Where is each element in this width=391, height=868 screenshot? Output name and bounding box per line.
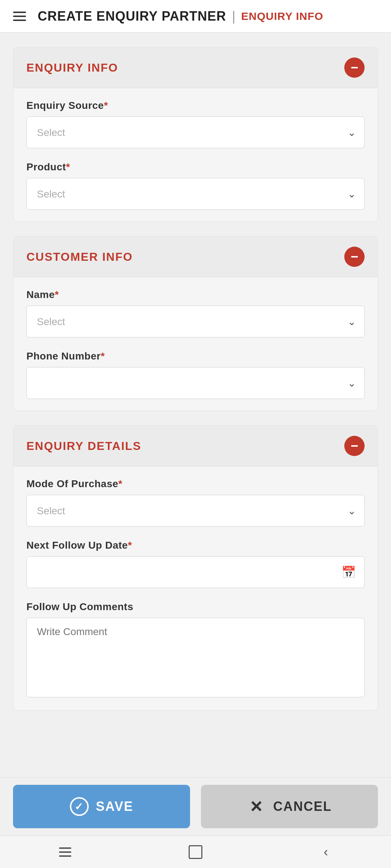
enquiry-details-title: ENQUIRY DETAILS <box>26 439 141 453</box>
name-group: Name* Select ⌄ <box>26 289 365 337</box>
name-label: Name* <box>26 289 365 301</box>
enquiry-source-label: Enquiry Source* <box>26 100 365 111</box>
enquiry-info-collapse-button[interactable] <box>344 58 365 78</box>
next-follow-up-date-input[interactable] <box>26 556 365 588</box>
follow-up-comments-label: Follow Up Comments <box>26 601 365 613</box>
save-button[interactable]: SAVE <box>13 785 190 828</box>
main-content: ENQUIRY INFO Enquiry Source* Select ⌄ <box>0 33 391 797</box>
phone-number-select[interactable] <box>26 367 365 399</box>
enquiry-source-group: Enquiry Source* Select ⌄ <box>26 100 365 148</box>
name-select[interactable]: Select <box>26 306 365 337</box>
phone-number-group: Phone Number* ⌄ <box>26 350 365 399</box>
nav-back-button[interactable]: ‹ <box>311 841 340 863</box>
product-select-wrapper: Select ⌄ <box>26 178 365 210</box>
cancel-label: CANCEL <box>273 799 332 814</box>
header-subtitle: ENQUIRY INFO <box>241 10 323 22</box>
enquiry-info-header: ENQUIRY INFO <box>13 47 378 88</box>
mode-of-purchase-group: Mode Of Purchase* Select ⌄ <box>26 478 365 527</box>
enquiry-info-title: ENQUIRY INFO <box>26 61 118 75</box>
mode-of-purchase-select[interactable]: Select <box>26 495 365 527</box>
date-required-star: * <box>128 540 132 551</box>
header: CREATE ENQUIRY PARTNER | ENQUIRY INFO <box>0 0 391 33</box>
phone-number-select-wrapper: ⌄ <box>26 367 365 399</box>
enquiry-details-section: ENQUIRY DETAILS Mode Of Purchase* Select… <box>13 425 378 711</box>
customer-info-section: CUSTOMER INFO Name* Select ⌄ Phone Nu <box>13 236 378 411</box>
cancel-icon: ✕ <box>247 797 266 816</box>
navigation-bar: ‹ <box>0 835 391 868</box>
nav-menu-button[interactable] <box>51 841 80 863</box>
cancel-button[interactable]: ✕ CANCEL <box>201 785 378 828</box>
follow-up-comments-textarea[interactable] <box>26 618 365 697</box>
bottom-actions: SAVE ✕ CANCEL <box>0 777 391 835</box>
enquiry-details-body: Mode Of Purchase* Select ⌄ Next Follow U… <box>13 467 378 710</box>
customer-info-title: CUSTOMER INFO <box>26 250 133 264</box>
product-required-star: * <box>66 161 70 173</box>
enquiry-source-select-wrapper: Select ⌄ <box>26 116 365 148</box>
follow-up-comments-group: Follow Up Comments <box>26 601 365 699</box>
nav-home-icon <box>189 845 202 859</box>
customer-info-header: CUSTOMER INFO <box>13 237 378 277</box>
enquiry-source-select[interactable]: Select <box>26 116 365 148</box>
enquiry-info-section: ENQUIRY INFO Enquiry Source* Select ⌄ <box>13 47 378 222</box>
enquiry-details-header: ENQUIRY DETAILS <box>13 426 378 467</box>
enquiry-details-collapse-button[interactable] <box>344 436 365 456</box>
next-follow-up-date-label: Next Follow Up Date* <box>26 540 365 551</box>
nav-home-button[interactable] <box>181 841 210 863</box>
hamburger-icon[interactable] <box>13 8 29 24</box>
date-input-wrapper: 📅 <box>26 556 365 588</box>
next-follow-up-date-group: Next Follow Up Date* 📅 <box>26 540 365 588</box>
phone-number-label: Phone Number* <box>26 350 365 362</box>
customer-info-collapse-button[interactable] <box>344 247 365 267</box>
product-select[interactable]: Select <box>26 178 365 210</box>
product-group: Product* Select ⌄ <box>26 161 365 210</box>
nav-back-icon: ‹ <box>324 844 328 860</box>
name-required-star: * <box>55 289 59 300</box>
page-title: CREATE ENQUIRY PARTNER <box>38 9 226 24</box>
header-divider: | <box>232 9 235 24</box>
enquiry-info-body: Enquiry Source* Select ⌄ Product* Select <box>13 88 378 221</box>
save-label: SAVE <box>96 799 133 814</box>
enquiry-source-required-star: * <box>104 100 108 111</box>
customer-info-body: Name* Select ⌄ Phone Number* <box>13 277 378 410</box>
mode-of-purchase-select-wrapper: Select ⌄ <box>26 495 365 527</box>
mode-of-purchase-label: Mode Of Purchase* <box>26 478 365 490</box>
name-select-wrapper: Select ⌄ <box>26 306 365 337</box>
nav-menu-icon <box>59 847 71 857</box>
phone-required-star: * <box>101 350 105 362</box>
mode-required-star: * <box>118 478 122 489</box>
save-icon <box>70 797 89 816</box>
product-label: Product* <box>26 161 365 173</box>
